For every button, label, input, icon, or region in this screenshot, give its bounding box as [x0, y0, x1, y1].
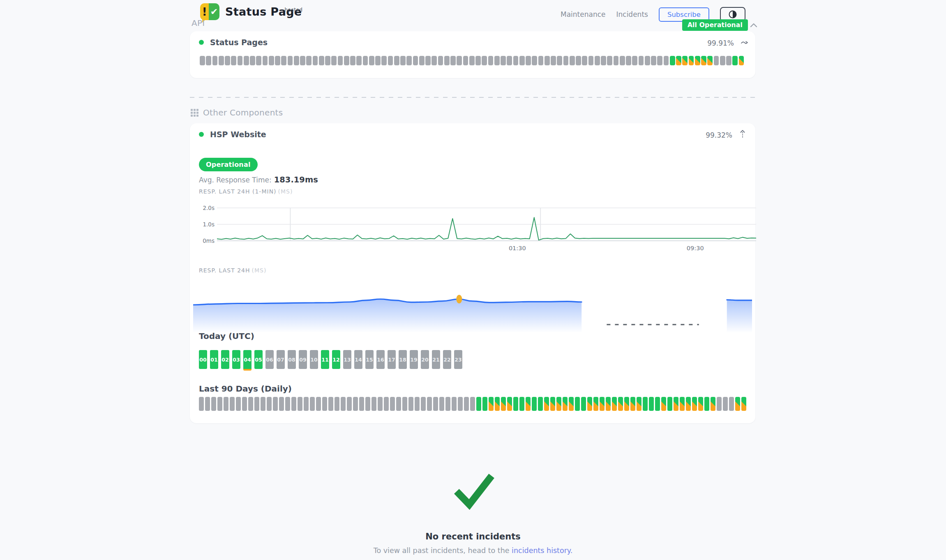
day-block — [273, 397, 278, 411]
day-block — [593, 397, 598, 411]
hour-block-20: 20 — [421, 350, 429, 369]
hour-block-00: 00 — [199, 350, 207, 369]
day-block — [304, 397, 309, 411]
status-dot — [199, 132, 204, 137]
day-block — [279, 397, 284, 411]
overall-status-badge[interactable]: All Operational — [682, 19, 748, 31]
uptime-block — [582, 56, 587, 65]
uptime-block — [300, 56, 305, 65]
chevron-up-icon[interactable] — [750, 21, 757, 29]
uptime-block — [413, 56, 418, 65]
uptime-block — [375, 56, 381, 65]
uptime-block — [545, 56, 550, 65]
day-block — [587, 397, 592, 411]
hour-block-22: 22 — [443, 350, 451, 369]
uptime-block — [588, 56, 594, 65]
day-block — [704, 397, 709, 411]
uptime-block — [431, 56, 437, 65]
day-block — [359, 397, 364, 411]
avg-response-value: 183.19ms — [274, 175, 318, 184]
day-block — [217, 397, 222, 411]
day-block — [242, 397, 247, 411]
day-block — [489, 397, 494, 411]
uptime-block — [225, 56, 230, 65]
uptime-block — [256, 56, 261, 65]
refresh-icon[interactable] — [741, 39, 749, 48]
day-block — [680, 397, 685, 411]
component-name: HSP Website — [210, 130, 266, 139]
uptime-block — [338, 56, 343, 65]
day-block — [322, 397, 327, 411]
incidents-history-link[interactable]: incidents history. — [512, 546, 572, 555]
hour-block-15: 15 — [365, 350, 374, 369]
resp-24h-chart-title: RESP. LAST 24H(MS) — [199, 267, 266, 274]
day-block — [445, 397, 450, 411]
avg-response-time: Avg. Response Time:183.19ms — [199, 175, 318, 184]
day-block — [205, 397, 210, 411]
uptime-block — [219, 56, 224, 65]
x-axis-labels: 01:3009:30 — [217, 245, 756, 253]
exclaim-icon: ! — [200, 3, 209, 20]
uptime-block — [388, 56, 393, 65]
uptime-block — [501, 56, 506, 65]
day-block — [285, 397, 290, 411]
area-chart-svg — [193, 279, 752, 341]
uptime-block — [714, 56, 719, 65]
nav-maintenance[interactable]: Maintenance — [561, 10, 605, 18]
day-block — [569, 397, 574, 411]
x-tick-01:30: 01:30 — [509, 245, 526, 251]
day-block — [655, 397, 660, 411]
collapse-arrow-icon[interactable] — [740, 130, 745, 141]
day-block — [267, 397, 272, 411]
uptime-block — [726, 56, 731, 65]
day-block — [390, 397, 395, 411]
uptime-block — [438, 56, 443, 65]
uptime-block — [682, 56, 688, 65]
day-block — [600, 397, 605, 411]
uptime-block — [576, 56, 581, 65]
uptime-block — [519, 56, 525, 65]
day-block — [291, 397, 296, 411]
day-block — [439, 397, 444, 411]
day-block — [538, 397, 543, 411]
hour-block-16: 16 — [376, 350, 385, 369]
day-block — [686, 397, 691, 411]
uptime-block — [507, 56, 512, 65]
day-block — [421, 397, 426, 411]
uptime-block — [288, 56, 293, 65]
uptime-block — [645, 56, 650, 65]
day-block — [236, 397, 241, 411]
hour-block-18: 18 — [399, 350, 407, 369]
uptime-block — [651, 56, 656, 65]
day-block — [575, 397, 580, 411]
day-block — [230, 397, 235, 411]
day-block — [224, 397, 228, 411]
day-block — [630, 397, 635, 411]
uptime-percent: 99.32% — [706, 131, 732, 139]
day-block — [347, 397, 352, 411]
day-block — [415, 397, 420, 411]
uptime-block — [250, 56, 255, 65]
uptime-block — [676, 56, 681, 65]
resp-1min-chart-title: RESP. LAST 24H (1-MIN)(MS) — [199, 188, 293, 195]
uptime-block — [369, 56, 374, 65]
uptime-block — [664, 56, 669, 65]
uptime-block — [469, 56, 475, 65]
app-logo[interactable]: ! ✔ Status Page hosted — [200, 3, 302, 20]
day-block — [458, 397, 463, 411]
hour-block-11: 11 — [321, 350, 329, 369]
hour-block-03: 03 — [232, 350, 240, 369]
chart-marker-dot — [456, 295, 462, 304]
hour-block-04: 04 — [243, 350, 251, 371]
day-block — [482, 397, 487, 411]
uptime-block — [639, 56, 644, 65]
uptime-block — [620, 56, 625, 65]
day-block — [470, 397, 475, 411]
day-block — [433, 397, 438, 411]
nav-incidents[interactable]: Incidents — [616, 10, 648, 18]
uptime-block — [394, 56, 399, 65]
x-tick-09:30: 09:30 — [687, 245, 704, 251]
uptime-block — [626, 56, 631, 65]
app-title: Status Page hosted — [225, 3, 302, 20]
day-block — [581, 397, 586, 411]
